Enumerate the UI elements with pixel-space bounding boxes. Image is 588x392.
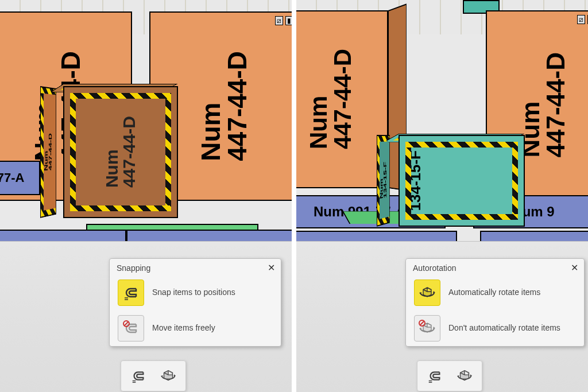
option-label: Automatically rotate items (448, 288, 576, 298)
close-icon[interactable]: ✕ (571, 263, 578, 273)
box-blue[interactable]: -77-A (0, 161, 40, 195)
left-pane: ⧄▮ Num 447-44-D Num 447-44-D Num -77-A (0, 0, 292, 392)
popup-title: Snapping (117, 263, 150, 273)
box-label: Num 447-44-D (307, 49, 355, 149)
option-label: Don't automatically rotate items (448, 323, 576, 333)
box-label: Num 447-44-D (198, 51, 250, 161)
snap-off-icon (118, 315, 144, 341)
toolbar-left (121, 360, 186, 391)
autorotate-off-icon (414, 315, 440, 341)
box-label: Num 447-44-D (44, 133, 53, 171)
option-rotate-on[interactable]: Automatically rotate items (406, 275, 584, 311)
shipping-symbols-icon: ⧄▮ (577, 15, 588, 24)
close-icon[interactable]: ✕ (268, 263, 275, 273)
option-label: Move items freely (152, 323, 273, 333)
svg-line-3 (420, 321, 424, 325)
box-label: -77-A (0, 172, 25, 184)
box-label: Num 447-44-D (103, 116, 138, 188)
autorotate-on-icon (414, 280, 440, 306)
option-snap-off[interactable]: Move items freely (110, 311, 281, 346)
box-orange[interactable]: Num 447-44-D (296, 10, 388, 188)
option-rotate-off[interactable]: Don't automatically rotate items (406, 311, 584, 346)
right-pane: Num 447-44-D ⧄▮ Num 447-44-D Num 991-77-… (296, 0, 588, 392)
selected-box[interactable]: Num 447-44-D Num 447-44-D (40, 86, 172, 218)
toolbar-snap-button[interactable] (423, 364, 446, 387)
toolbar-snap-button[interactable] (127, 364, 150, 387)
snapping-popup: Snapping ✕ Snap items to positions Move … (109, 258, 281, 347)
selected-box[interactable]: Num 134-15-F 134-15-F (377, 135, 520, 227)
snap-on-icon (118, 280, 144, 306)
autorotation-popup: Autorotation ✕ Automatically rotate item… (405, 258, 585, 347)
toolbar-rotate-button[interactable] (157, 364, 180, 387)
box-label: 134-15-F (408, 150, 423, 211)
split-view: ⧄▮ Num 447-44-D Num 447-44-D Num -77-A (0, 0, 588, 392)
box-label: Num 447-44-D (518, 52, 568, 157)
option-snap-on[interactable]: Snap items to positions (110, 275, 281, 311)
popup-title: Autorotation (413, 263, 457, 273)
toolbar-right (417, 360, 482, 391)
shipping-symbols-icon: ⧄▮ (275, 16, 292, 25)
box-label: Num 134-15-F (380, 161, 387, 199)
option-label: Snap items to positions (152, 288, 273, 298)
toolbar-rotate-button[interactable] (453, 364, 476, 387)
